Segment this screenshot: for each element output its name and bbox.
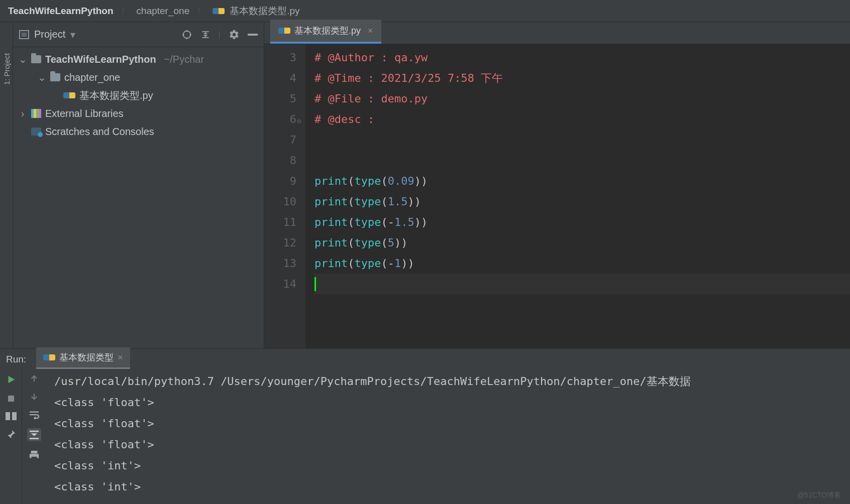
chevron-right-icon: ›: [18, 108, 27, 119]
scratch-icon: [31, 128, 41, 136]
chevron-right-icon: 〉: [116, 5, 135, 17]
editor-tabs: 基本数据类型.py ×: [264, 22, 850, 44]
layout-icon[interactable]: [6, 412, 17, 420]
tree-scratches[interactable]: Scratches and Consoles: [13, 122, 264, 141]
chevron-down-icon: ⌄: [37, 71, 46, 83]
library-icon: [31, 109, 41, 118]
run-icon[interactable]: [6, 374, 17, 385]
close-icon[interactable]: ×: [368, 26, 373, 36]
tree-file[interactable]: 基本数据类型.py: [13, 86, 264, 104]
run-tab-label: 基本数据类型: [59, 351, 114, 363]
project-tool-tab[interactable]: 1: Project: [2, 53, 11, 85]
run-header: Run: 基本数据类型 ×: [0, 349, 850, 369]
settings-icon[interactable]: [229, 29, 240, 40]
project-sidebar: Project ▾ | ⌄: [13, 22, 264, 348]
python-file-icon: [43, 354, 55, 360]
tree-folder[interactable]: ⌄ chapter_one: [13, 68, 264, 86]
sidebar-header: Project ▾ |: [13, 22, 264, 47]
sidebar-title[interactable]: Project: [34, 29, 65, 40]
breadcrumb-root[interactable]: TeachWifeLearnPython: [8, 6, 114, 17]
tree-scratch-label: Scratches and Consoles: [45, 126, 154, 138]
collapse-all-icon[interactable]: [200, 30, 210, 40]
breadcrumb: TeachWifeLearnPython 〉 chapter_one 〉 基本数…: [0, 0, 850, 22]
editor: 基本数据类型.py × 34567891011121314 ⊖ # @Autho…: [264, 22, 850, 348]
code-content[interactable]: ⊖ # @Author : qa.yw# @Time : 2021/3/25 7…: [305, 44, 850, 348]
project-tree: ⌄ TeachWifeLearnPython ~/Pychar ⌄ chapte…: [13, 47, 264, 144]
svg-rect-9: [31, 451, 38, 453]
left-tool-strip: 1: Project: [0, 22, 13, 348]
fold-marker-icon[interactable]: ⊖: [297, 111, 301, 132]
editor-tab-label: 基本数据类型.py: [294, 25, 361, 37]
stop-icon[interactable]: [7, 394, 16, 403]
close-icon[interactable]: ×: [118, 352, 123, 363]
run-tab[interactable]: 基本数据类型 ×: [36, 347, 130, 369]
chevron-right-icon: 〉: [191, 5, 210, 17]
run-toolbar-primary: [0, 369, 22, 504]
editor-tab[interactable]: 基本数据类型.py ×: [270, 20, 381, 44]
folder-icon: [50, 73, 60, 81]
tree-root[interactable]: ⌄ TeachWifeLearnPython ~/Pychar: [13, 50, 264, 68]
python-file-icon: [278, 28, 290, 34]
svg-rect-11: [32, 457, 37, 460]
svg-rect-5: [248, 34, 258, 36]
watermark: @51CTO博客: [797, 491, 841, 500]
svg-point-0: [183, 31, 191, 38]
tree-external-libs[interactable]: › External Libraries: [13, 104, 264, 122]
tree-root-label: TeachWifeLearnPython: [45, 54, 156, 65]
tree-file-label: 基本数据类型.py: [79, 89, 153, 102]
svg-rect-8: [12, 412, 17, 420]
run-label: Run:: [6, 354, 26, 369]
locate-icon[interactable]: [181, 29, 192, 40]
up-arrow-icon[interactable]: [30, 374, 39, 383]
down-arrow-icon[interactable]: [30, 392, 39, 401]
python-file-icon: [212, 6, 225, 17]
chevron-down-icon: ⌄: [18, 53, 27, 65]
svg-rect-7: [6, 412, 10, 420]
folder-icon: [31, 55, 41, 63]
svg-rect-6: [8, 396, 14, 402]
run-toolbar-secondary: [22, 369, 46, 504]
tree-extlib-label: External Libraries: [45, 108, 124, 119]
pin-icon[interactable]: [6, 429, 16, 439]
soft-wrap-icon[interactable]: [29, 410, 40, 419]
run-panel: Run: 基本数据类型 × /usr/local/bin/python3: [0, 348, 850, 504]
breadcrumb-folder[interactable]: chapter_one: [137, 6, 190, 17]
print-icon[interactable]: [29, 450, 40, 460]
code-area[interactable]: 34567891011121314 ⊖ # @Author : qa.yw# @…: [264, 44, 850, 348]
project-view-icon: [19, 30, 29, 39]
python-file-icon: [63, 92, 75, 98]
scroll-to-end-icon[interactable]: [27, 428, 41, 441]
tree-root-path: ~/Pychar: [164, 54, 204, 65]
hide-icon[interactable]: [248, 34, 258, 36]
console-output[interactable]: /usr/local/bin/python3.7 /Users/younger/…: [46, 369, 850, 504]
line-gutter: 34567891011121314: [264, 44, 305, 348]
dropdown-icon[interactable]: ▾: [70, 29, 75, 41]
tree-folder-label: chapter_one: [64, 72, 120, 83]
breadcrumb-file[interactable]: 基本数据类型.py: [230, 5, 299, 18]
